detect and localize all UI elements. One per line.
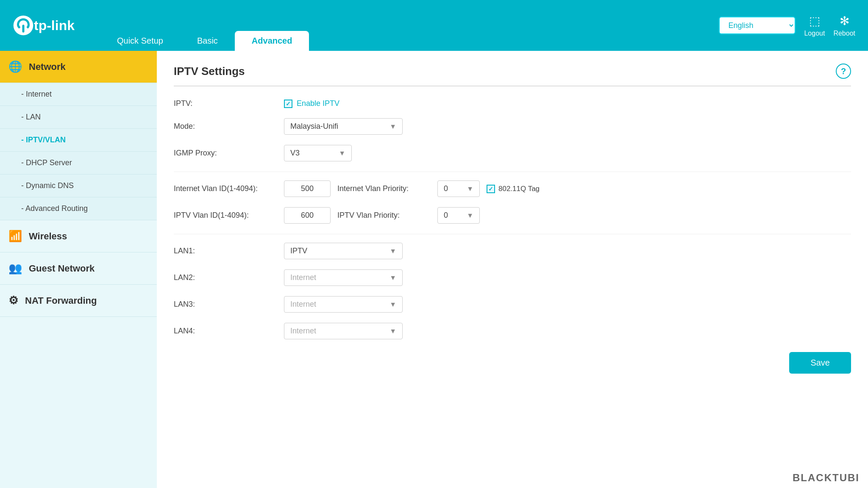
lan4-control: Internet ▼ <box>284 323 403 339</box>
iptv-vlan-id-control: IPTV Vlan Priority: 0 ▼ <box>284 207 480 224</box>
sidebar-section-guest-network: 👥 Guest Network <box>0 252 157 285</box>
mode-select[interactable]: Malaysia-Unifi ▼ <box>284 118 403 135</box>
sidebar-subitem-iptv[interactable]: - IPTV/VLAN <box>0 128 157 151</box>
iptv-vlan-id-label: IPTV Vlan ID(1-4094): <box>174 211 284 220</box>
iptv-label: IPTV: <box>174 99 284 108</box>
lan3-control: Internet ▼ <box>284 296 403 313</box>
language-select[interactable]: English Bahasa Melayu Chinese <box>719 17 796 34</box>
sidebar-nat-label: NAT Forwarding <box>25 295 97 306</box>
lan3-label: LAN3: <box>174 300 284 309</box>
igmp-proxy-select[interactable]: V3 ▼ <box>284 145 352 161</box>
sidebar-network-subitems: - Internet - LAN - IPTV/VLAN - DHCP Serv… <box>0 83 157 220</box>
internet-vlan-priority-label: Internet Vlan Priority: <box>337 184 431 193</box>
internet-vlan-id-row: Internet Vlan ID(1-4094): Internet Vlan … <box>174 180 851 197</box>
tab-quicksetup[interactable]: Quick Setup <box>100 31 180 51</box>
sidebar-subitem-lan[interactable]: - LAN <box>0 105 157 128</box>
mode-selected-value: Malaysia-Unifi <box>290 122 338 131</box>
logout-icon: ⬚ <box>809 14 820 28</box>
sidebar-item-nat[interactable]: ⚙ NAT Forwarding <box>0 285 157 316</box>
logout-label: Logout <box>804 30 825 37</box>
mode-select-arrow: ▼ <box>389 123 396 130</box>
sidebar-subitem-advanced-routing[interactable]: - Advanced Routing <box>0 197 157 220</box>
iptv-vlan-priority-select[interactable]: 0 ▼ <box>437 207 480 224</box>
sidebar-section-wireless: 📶 Wireless <box>0 220 157 252</box>
sidebar-section-network: 🌐 Network - Internet - LAN - IPTV/VLAN -… <box>0 51 157 220</box>
lan4-label: LAN4: <box>174 327 284 336</box>
tp-link-logo-icon <box>13 15 34 36</box>
header: tp-link Quick Setup Basic Advanced Engli… <box>0 0 868 51</box>
lan4-selected-value: Internet <box>290 327 316 336</box>
lan4-row: LAN4: Internet ▼ <box>174 323 851 339</box>
sidebar-section-nat: ⚙ NAT Forwarding <box>0 285 157 317</box>
guest-network-icon: 👥 <box>8 262 22 275</box>
nav-tabs: Quick Setup Basic Advanced <box>100 0 719 51</box>
divider-2 <box>174 234 851 234</box>
sidebar-item-wireless[interactable]: 📶 Wireless <box>0 220 157 252</box>
wireless-icon: 📶 <box>8 230 22 243</box>
lan3-selected-value: Internet <box>290 300 316 309</box>
save-button[interactable]: Save <box>789 352 851 374</box>
tab-basic[interactable]: Basic <box>180 31 235 51</box>
lan2-selected-value: Internet <box>290 273 316 282</box>
reboot-icon: ✻ <box>840 14 849 28</box>
mode-label: Mode: <box>174 122 284 131</box>
mode-control: Malaysia-Unifi ▼ <box>284 118 403 135</box>
content-area: IPTV Settings ? IPTV: Enable IPTV Mode: … <box>157 51 868 488</box>
sidebar-subitem-internet[interactable]: - Internet <box>0 83 157 105</box>
watermark: BLACKTUBI <box>793 472 860 484</box>
logout-button[interactable]: ⬚ Logout <box>804 14 825 37</box>
tag-8021q-checkbox-label[interactable]: 802.11Q Tag <box>487 185 540 193</box>
lan1-selected-value: IPTV <box>290 247 307 255</box>
nat-icon: ⚙ <box>8 294 18 307</box>
lan4-select[interactable]: Internet ▼ <box>284 323 403 339</box>
internet-vlan-priority-select[interactable]: 0 ▼ <box>437 180 480 197</box>
igmp-proxy-selected-value: V3 <box>290 149 300 158</box>
lan2-row: LAN2: Internet ▼ <box>174 269 851 286</box>
mode-row: Mode: Malaysia-Unifi ▼ <box>174 118 851 135</box>
lan3-select[interactable]: Internet ▼ <box>284 296 403 313</box>
iptv-vlan-priority-arrow: ▼ <box>467 212 473 219</box>
page-title-row: IPTV Settings ? <box>174 64 851 86</box>
reboot-button[interactable]: ✻ Reboot <box>833 14 855 37</box>
internet-vlan-priority-value: 0 <box>444 184 448 193</box>
lan1-select[interactable]: IPTV ▼ <box>284 243 403 259</box>
sidebar-item-network[interactable]: 🌐 Network <box>0 51 157 83</box>
iptv-vlan-id-row: IPTV Vlan ID(1-4094): IPTV Vlan Priority… <box>174 207 851 224</box>
enable-iptv-checkbox-label[interactable]: Enable IPTV <box>284 99 339 108</box>
igmp-proxy-select-arrow: ▼ <box>339 150 345 157</box>
network-icon: 🌐 <box>8 60 22 73</box>
iptv-row: IPTV: Enable IPTV <box>174 99 851 108</box>
lan3-select-arrow: ▼ <box>389 301 396 308</box>
tag-8021q-checkbox[interactable] <box>487 185 495 193</box>
igmp-proxy-control: V3 ▼ <box>284 145 352 161</box>
lan2-select[interactable]: Internet ▼ <box>284 269 403 286</box>
lan2-label: LAN2: <box>174 273 284 282</box>
enable-iptv-text: Enable IPTV <box>297 99 339 108</box>
brand-name: tp-link <box>34 18 75 33</box>
sidebar: 🌐 Network - Internet - LAN - IPTV/VLAN -… <box>0 51 157 488</box>
sidebar-network-label: Network <box>29 61 66 72</box>
sidebar-item-guest-network[interactable]: 👥 Guest Network <box>0 252 157 284</box>
internet-vlan-id-input[interactable] <box>284 180 331 197</box>
lan2-control: Internet ▼ <box>284 269 403 286</box>
sidebar-subitem-dhcp[interactable]: - DHCP Server <box>0 151 157 174</box>
lan1-row: LAN1: IPTV ▼ <box>174 243 851 259</box>
main-layout: 🌐 Network - Internet - LAN - IPTV/VLAN -… <box>0 51 868 488</box>
tag-8021q-text: 802.11Q Tag <box>498 185 540 193</box>
page-title: IPTV Settings <box>174 65 245 78</box>
divider-1 <box>174 172 851 172</box>
tab-advanced[interactable]: Advanced <box>235 31 309 51</box>
igmp-proxy-label: IGMP Proxy: <box>174 149 284 158</box>
lan1-select-arrow: ▼ <box>389 247 396 255</box>
lan3-row: LAN3: Internet ▼ <box>174 296 851 313</box>
sidebar-subitem-ddns[interactable]: - Dynamic DNS <box>0 174 157 197</box>
internet-vlan-id-label: Internet Vlan ID(1-4094): <box>174 184 284 193</box>
lan2-select-arrow: ▼ <box>389 274 396 282</box>
header-right: English Bahasa Melayu Chinese ⬚ Logout ✻… <box>719 14 855 37</box>
sidebar-wireless-label: Wireless <box>29 231 67 242</box>
internet-vlan-id-control: Internet Vlan Priority: 0 ▼ 802.11Q Tag <box>284 180 540 197</box>
enable-iptv-checkbox[interactable] <box>284 100 292 108</box>
help-button[interactable]: ? <box>836 64 851 79</box>
iptv-vlan-id-input[interactable] <box>284 207 331 224</box>
internet-vlan-priority-arrow: ▼ <box>467 185 473 193</box>
